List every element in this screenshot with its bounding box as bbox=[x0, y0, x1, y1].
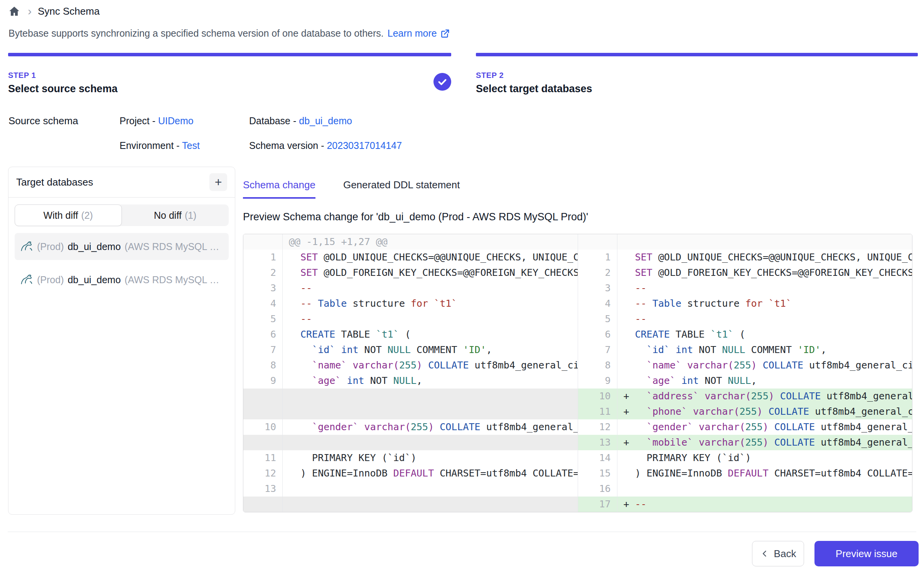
diff-row: 9 `age` int NOT NULL, bbox=[243, 373, 578, 389]
diff-row: 2SET @OLD_FOREIGN_KEY_CHECKS=@@FOREIGN_K… bbox=[243, 265, 578, 280]
breadcrumb: › Sync Schema bbox=[8, 5, 99, 18]
diff-row: 7 `id` int NOT NULL COMMENT 'ID', bbox=[578, 342, 912, 358]
diff-row: 17+-- bbox=[578, 497, 912, 512]
breadcrumb-chevron-icon: › bbox=[28, 5, 32, 18]
diff-row: 15) ENGINE=InnoDB DEFAULT CHARSET=utf8mb… bbox=[578, 466, 912, 481]
project-cell: Project - UIDemo bbox=[120, 115, 249, 127]
back-button[interactable]: Back bbox=[752, 541, 804, 566]
diff-row: 5-- bbox=[243, 311, 578, 327]
diff-row: 3-- bbox=[243, 280, 578, 296]
diff-row bbox=[243, 389, 578, 419]
source-schema-label: Source schema bbox=[8, 115, 120, 127]
diff-row: 7 `id` int NOT NULL COMMENT 'ID', bbox=[243, 342, 578, 358]
database-link[interactable]: db_ui_demo bbox=[299, 115, 352, 126]
diff-row: 13 bbox=[243, 481, 578, 497]
tab-with-diff[interactable]: With diff(2) bbox=[15, 204, 122, 226]
diff-row: 9 `age` int NOT NULL, bbox=[578, 373, 912, 389]
step-1-progress-bar bbox=[8, 53, 451, 56]
diff-row: 4-- Table structure for `t1` bbox=[243, 296, 578, 311]
diff-row bbox=[578, 234, 912, 250]
diff-row: 13+ `mobile` varchar(255) COLLATE utf8mb… bbox=[578, 435, 912, 450]
preview-issue-button[interactable]: Preview issue bbox=[814, 541, 919, 566]
diff-row: 10+ `address` varchar(255) COLLATE utf8m… bbox=[578, 389, 912, 404]
diff-row: @@ -1,15 +1,27 @@ bbox=[243, 234, 578, 250]
mysql-icon bbox=[20, 240, 33, 253]
page-description: Bytebase supports synchronizing a specif… bbox=[8, 28, 450, 39]
home-icon[interactable] bbox=[8, 5, 22, 18]
chevron-left-icon bbox=[760, 549, 769, 558]
preview-tabs: Schema change Generated DDL statement bbox=[243, 179, 912, 199]
diff-row: 4-- Table structure for `t1` bbox=[578, 296, 912, 311]
external-link-icon bbox=[440, 29, 450, 39]
schema-preview-area: Schema change Generated DDL statement Pr… bbox=[243, 167, 912, 512]
diff-row: 10 `gender` varchar(255) COLLATE utf8mb4… bbox=[243, 419, 578, 435]
database-cell: Database - db_ui_demo bbox=[249, 115, 352, 127]
footer-divider bbox=[8, 532, 916, 532]
diff-row: 12) ENGINE=InnoDB DEFAULT CHARSET=utf8mb… bbox=[243, 466, 578, 481]
step-1-label: STEP 1 bbox=[8, 71, 451, 80]
diff-row: 8 `name` varchar(255) COLLATE utf8mb4_ge… bbox=[578, 358, 912, 373]
step-1-check-icon bbox=[433, 73, 451, 91]
diff-row: 12 `gender` varchar(255) COLLATE utf8mb4… bbox=[578, 419, 912, 435]
target-database-item[interactable]: (Prod) db_ui_demo (AWS RDS MySQL Prod) bbox=[15, 266, 229, 293]
diff-row: 16 bbox=[578, 481, 912, 497]
diff-row: 3-- bbox=[578, 280, 912, 296]
target-database-item[interactable]: (Prod) db_ui_demo (AWS RDS MySQL Prod) bbox=[15, 233, 229, 260]
tab-schema-change[interactable]: Schema change bbox=[243, 179, 315, 199]
mysql-icon bbox=[20, 273, 33, 286]
description-text: Bytebase supports synchronizing a specif… bbox=[8, 28, 384, 39]
schema-version-cell: Schema version - 20230317014147 bbox=[249, 140, 402, 151]
breadcrumb-current: Sync Schema bbox=[38, 5, 99, 17]
add-target-database-button[interactable]: + bbox=[209, 173, 227, 191]
diff-left-pane: @@ -1,15 +1,27 @@1SET @OLD_UNIQUE_CHECKS… bbox=[243, 234, 578, 512]
step-2-label: STEP 2 bbox=[476, 71, 918, 80]
diff-row: 11+ `phone` varchar(255) COLLATE utf8mb4… bbox=[578, 404, 912, 419]
environment-cell: Environment - Test bbox=[120, 140, 249, 151]
source-schema-summary: Source schema Project - UIDemo Database … bbox=[8, 113, 402, 162]
learn-more-link[interactable]: Learn more bbox=[388, 28, 450, 39]
target-databases-panel: Target databases + With diff(2) No diff(… bbox=[8, 167, 235, 515]
target-database-list: (Prod) db_ui_demo (AWS RDS MySQL Prod) (… bbox=[15, 233, 229, 293]
schema-version-link[interactable]: 20230317014147 bbox=[327, 140, 402, 151]
diff-row bbox=[243, 435, 578, 450]
diff-row: 6CREATE TABLE `t1` ( bbox=[243, 327, 578, 342]
tab-generated-ddl[interactable]: Generated DDL statement bbox=[343, 179, 460, 199]
diff-row: 1SET @OLD_UNIQUE_CHECKS=@@UNIQUE_CHECKS,… bbox=[578, 250, 912, 265]
diff-row: 11 PRIMARY KEY (`id`) bbox=[243, 450, 578, 466]
step-2: STEP 2 Select target databases bbox=[476, 53, 918, 95]
sync-schema-page: › Sync Schema Bytebase supports synchron… bbox=[0, 0, 924, 571]
step-2-progress-bar bbox=[476, 53, 918, 56]
schema-diff-view: @@ -1,15 +1,27 @@1SET @OLD_UNIQUE_CHECKS… bbox=[243, 234, 912, 512]
footer-actions: Back Preview issue bbox=[752, 541, 919, 566]
step-1-title: Select source schema bbox=[8, 83, 451, 95]
diff-row: 5-- bbox=[578, 311, 912, 327]
environment-link[interactable]: Test bbox=[182, 140, 200, 151]
step-1: STEP 1 Select source schema bbox=[8, 53, 451, 95]
diff-row: 6CREATE TABLE `t1` ( bbox=[578, 327, 912, 342]
project-link[interactable]: UIDemo bbox=[158, 115, 194, 126]
diff-row: 1SET @OLD_UNIQUE_CHECKS=@@UNIQUE_CHECKS,… bbox=[243, 250, 578, 265]
diff-row: 14 PRIMARY KEY (`id`) bbox=[578, 450, 912, 466]
preview-title: Preview Schema change for 'db_ui_demo (P… bbox=[243, 211, 912, 223]
diff-filter-tabs: With diff(2) No diff(1) bbox=[15, 204, 229, 226]
diff-right-pane: 1SET @OLD_UNIQUE_CHECKS=@@UNIQUE_CHECKS,… bbox=[578, 234, 912, 512]
diff-row bbox=[243, 497, 578, 512]
diff-row: 2SET @OLD_FOREIGN_KEY_CHECKS=@@FOREIGN_K… bbox=[578, 265, 912, 280]
tab-no-diff[interactable]: No diff(1) bbox=[122, 204, 229, 226]
step-2-title: Select target databases bbox=[476, 83, 918, 95]
target-databases-title: Target databases bbox=[16, 176, 93, 188]
diff-row: 8 `name` varchar(255) COLLATE utf8mb4_ge… bbox=[243, 358, 578, 373]
